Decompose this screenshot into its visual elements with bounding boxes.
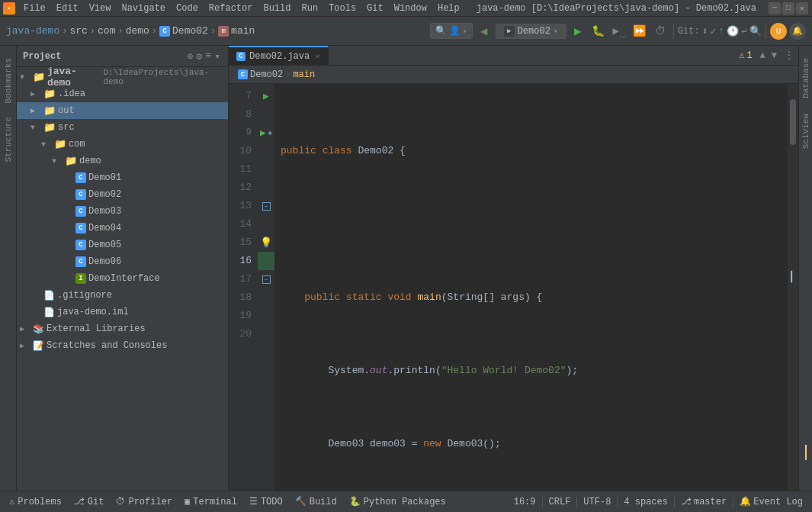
menu-build[interactable]: Build	[258, 2, 296, 15]
coverage-button[interactable]: ▶̲	[610, 22, 628, 40]
sidebar-settings-btn[interactable]: ⚙	[197, 50, 203, 63]
tree-item-demo02[interactable]: C Demo02	[17, 186, 228, 203]
tree-item-scratches[interactable]: ▶ 📝 Scratches and Consoles	[17, 337, 228, 354]
tab-demo02[interactable]: C Demo02.java ✕	[229, 46, 329, 65]
git-status-button[interactable]: ⎇ Git	[68, 491, 111, 512]
tree-item-demo01[interactable]: C Demo01	[17, 169, 228, 186]
git-branch-indicator[interactable]: ⎇ master	[675, 491, 733, 512]
win-close[interactable]: ✕	[796, 2, 808, 14]
problems-button[interactable]: ⚠ Problems	[3, 491, 68, 512]
database-panel-button[interactable]: Database	[799, 52, 813, 105]
tree-item-demointerface[interactable]: I DemoInterface	[17, 270, 228, 287]
gutter-run-7[interactable]: ▶	[258, 87, 274, 105]
menu-file[interactable]: File	[18, 2, 51, 15]
git-push-button[interactable]: ↑	[718, 25, 724, 37]
build-label: Build	[310, 497, 337, 507]
win-minimize[interactable]: ─	[769, 2, 781, 14]
breadcrumb-method[interactable]: m main	[218, 25, 255, 37]
tree-item-gitignore[interactable]: 📄 .gitignore	[17, 287, 228, 304]
breadcrumb-project[interactable]: java-demo	[6, 25, 59, 37]
sidebar-more-btn[interactable]: ▾	[214, 50, 220, 63]
right-edge-panel: Database SciView	[798, 46, 812, 491]
breadcrumb-sep1: ›	[62, 26, 67, 37]
tree-item-extlibs[interactable]: ▶ 📚 External Libraries	[17, 320, 228, 337]
fold-icon-13[interactable]: -	[262, 202, 271, 211]
git-update-button[interactable]: ⬇	[702, 25, 708, 37]
more-run-button[interactable]: ⏩	[631, 22, 649, 40]
menu-code[interactable]: Code	[171, 2, 204, 15]
tree-item-demo[interactable]: ▼ 📁 demo	[17, 153, 228, 169]
gutter-lightbulb-15[interactable]: 💡	[258, 233, 274, 252]
user-avatar[interactable]: U	[770, 23, 787, 40]
menu-navigate[interactable]: Navigate	[116, 2, 171, 15]
sidebar-scope-btn[interactable]: ⊕	[188, 50, 194, 63]
menu-view[interactable]: View	[84, 2, 117, 15]
menu-tools[interactable]: Tools	[323, 2, 361, 15]
git-commit-button[interactable]: ✓	[711, 25, 717, 37]
line-col-indicator[interactable]: 16:9	[508, 491, 542, 512]
tree-item-java-demo[interactable]: ▼ 📁 java-demo D:\IdeaProjects\java-demo	[17, 69, 228, 85]
sciview-panel-button[interactable]: SciView	[799, 108, 813, 155]
indent-indicator[interactable]: 4 spaces	[618, 491, 674, 512]
win-maximize[interactable]: □	[782, 2, 794, 14]
scroll-thumb[interactable]	[790, 99, 796, 145]
bc-class[interactable]: Demo02	[250, 69, 283, 80]
menu-git[interactable]: Git	[361, 2, 389, 15]
menu-refactor[interactable]: Refactor	[204, 2, 258, 15]
debug-button[interactable]: 🐛	[589, 22, 608, 40]
tabs-more-button[interactable]: ⋮	[780, 46, 798, 65]
bc-method[interactable]: main	[293, 69, 315, 80]
tree-item-demo04[interactable]: C Demo04	[17, 220, 228, 237]
event-log-button[interactable]: 🔔 Event Log	[733, 491, 809, 512]
profile-button[interactable]: ⏱	[651, 22, 669, 40]
python-packages-button[interactable]: 🐍 Python Packages	[343, 491, 452, 512]
code-editor[interactable]: 7 8 9 10 11 12 13 14 15 16 17 18 19 20 ▶	[229, 84, 798, 491]
search-everywhere-button[interactable]: 🔍 👤 ▾	[430, 23, 473, 39]
menu-run[interactable]: Run	[296, 2, 323, 15]
gutter-fold-13[interactable]: -	[258, 197, 274, 215]
gutter-run-9[interactable]: ▶ ◈	[258, 124, 274, 142]
breadcrumb-class[interactable]: C Demo02	[159, 25, 208, 37]
breadcrumb-com[interactable]: com	[98, 25, 115, 37]
profiler-button[interactable]: ⏱ Profiler	[110, 491, 178, 512]
encoding-indicator[interactable]: UTF-8	[577, 491, 617, 512]
gutter-fold-17[interactable]: -	[258, 270, 274, 288]
menu-window[interactable]: Window	[389, 2, 432, 15]
git-history-button[interactable]: 🕐	[727, 25, 739, 37]
terminal-button[interactable]: ▣ Terminal	[178, 491, 243, 512]
notifications-button[interactable]: 🔔	[789, 23, 806, 40]
tab-close[interactable]: ✕	[315, 51, 320, 61]
fold-icon-17[interactable]: -	[262, 275, 271, 284]
line-ending-indicator[interactable]: CRLF	[543, 491, 577, 512]
tree-item-src[interactable]: ▼ 📁 src	[17, 119, 228, 136]
menu-edit[interactable]: Edit	[51, 2, 84, 15]
tabs-chevron-up[interactable]: ▲	[757, 46, 769, 65]
gutter-bookmark-9[interactable]: ◈	[268, 128, 272, 137]
tabs-chevron-down[interactable]: ▼	[769, 46, 780, 65]
search-button[interactable]: 🔍	[749, 25, 762, 37]
bookmarks-panel-button[interactable]: Bookmarks	[2, 52, 15, 109]
code-content[interactable]: public class Demo02 { public static void…	[274, 84, 788, 491]
lightbulb-icon[interactable]: 💡	[260, 237, 272, 249]
tree-item-demo06[interactable]: C Demo06	[17, 253, 228, 270]
tab-warning[interactable]: ⚠ 1	[734, 46, 756, 65]
tree-item-com[interactable]: ▼ 📁 com	[17, 136, 228, 153]
tree-item-out[interactable]: ▶ 📁 out	[17, 102, 228, 119]
breadcrumb-src[interactable]: src	[69, 25, 87, 37]
editor-vscroll[interactable]	[788, 84, 798, 491]
run-button[interactable]: ▶	[569, 22, 587, 40]
breadcrumb-demo[interactable]: demo	[126, 25, 149, 37]
tree-item-iml[interactable]: 📄 java-demo.iml	[17, 304, 228, 320]
menu-help[interactable]: Help	[432, 2, 465, 15]
tree-item-idea[interactable]: ▶ 📁 .idea	[17, 85, 228, 102]
todo-button[interactable]: ☰ TODO	[243, 491, 289, 512]
sidebar-collapse-btn[interactable]: ≡	[205, 50, 211, 62]
tree-item-demo03[interactable]: C Demo03	[17, 203, 228, 220]
search-icon: 🔍	[435, 25, 447, 37]
structure-panel-button[interactable]: Structure	[2, 111, 15, 168]
build-button[interactable]: 🔨 Build	[289, 491, 343, 512]
nav-back-button[interactable]: ◀	[475, 22, 493, 40]
tree-item-demo05[interactable]: C Demo05	[17, 237, 228, 253]
run-config-dropdown[interactable]: ▶ Demo02 ▾	[496, 24, 566, 39]
git-rollback-button[interactable]: ↩	[741, 25, 747, 37]
